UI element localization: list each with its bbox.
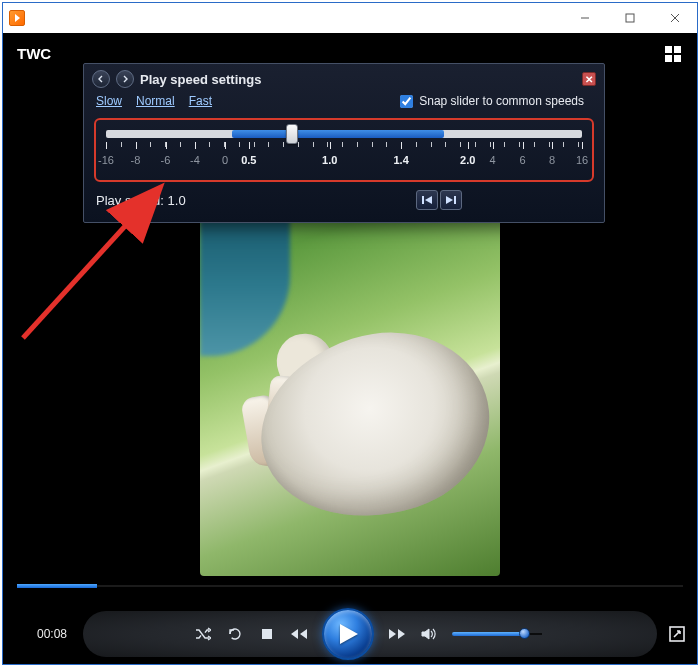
svg-marker-14	[389, 629, 396, 639]
overlay-title: TWC	[17, 45, 51, 62]
mute-button[interactable]	[414, 619, 444, 649]
speed-slow-link[interactable]: Slow	[96, 94, 122, 108]
player-content: TWC Play speed settings ✕ Slow Normal Fa…	[3, 33, 697, 664]
tick-label: 16	[576, 154, 588, 166]
svg-marker-15	[398, 629, 405, 639]
stop-button[interactable]	[252, 619, 282, 649]
repeat-button[interactable]	[220, 619, 250, 649]
tick-label: -16	[98, 154, 114, 166]
speed-normal-link[interactable]: Normal	[136, 94, 175, 108]
video-frame	[200, 176, 500, 576]
maximize-button[interactable]	[607, 4, 652, 32]
panel-forward-button[interactable]	[116, 70, 134, 88]
svg-rect-10	[262, 629, 272, 639]
snap-label-text: Snap slider to common speeds	[419, 94, 584, 108]
svg-rect-4	[422, 196, 424, 204]
seek-bar[interactable]	[17, 578, 683, 594]
tick-label: -6	[161, 154, 171, 166]
svg-rect-6	[454, 196, 456, 204]
snap-checkbox[interactable]	[400, 95, 413, 108]
tick-label: 6	[519, 154, 525, 166]
svg-marker-5	[425, 196, 432, 204]
svg-rect-1	[626, 14, 634, 22]
svg-marker-12	[300, 629, 307, 639]
wmp-app-icon	[9, 10, 25, 26]
current-time: 00:08	[3, 627, 83, 641]
speed-slider-track[interactable]	[106, 130, 582, 138]
speed-slider-thumb[interactable]	[286, 124, 298, 144]
panel-back-button[interactable]	[92, 70, 110, 88]
tick-label: -4	[190, 154, 200, 166]
tick-label: 0	[222, 154, 228, 166]
svg-marker-7	[446, 196, 453, 204]
tick-label: -8	[131, 154, 141, 166]
play-button[interactable]	[322, 608, 374, 660]
frame-step-back-button[interactable]	[416, 190, 438, 210]
speed-slider-highlight-box: -16-8-6-400.51.01.42.046816	[94, 118, 594, 182]
tick-label: 8	[549, 154, 555, 166]
speed-fast-link[interactable]: Fast	[189, 94, 212, 108]
tick-label: 2.0	[460, 154, 475, 166]
tick-label: 1.4	[393, 154, 408, 166]
panel-close-button[interactable]: ✕	[582, 72, 596, 86]
app-window: TWC Play speed settings ✕ Slow Normal Fa…	[2, 2, 698, 665]
fullscreen-button[interactable]	[662, 619, 692, 649]
svg-marker-11	[291, 629, 298, 639]
switch-to-library-icon[interactable]	[665, 46, 683, 62]
play-speed-panel: Play speed settings ✕ Slow Normal Fast S…	[83, 63, 605, 223]
svg-marker-13	[340, 624, 358, 644]
previous-button[interactable]	[284, 619, 314, 649]
shuffle-button[interactable]	[188, 619, 218, 649]
svg-marker-16	[422, 629, 429, 639]
snap-checkbox-label[interactable]: Snap slider to common speeds	[400, 94, 596, 108]
minimize-button[interactable]	[562, 4, 607, 32]
tick-label: 1.0	[322, 154, 337, 166]
tick-label: 0.5	[241, 154, 256, 166]
play-speed-readout: Play speed: 1.0	[96, 193, 186, 208]
playback-controls: 00:08	[3, 604, 697, 664]
next-button[interactable]	[382, 619, 412, 649]
speed-slider-ticks: -16-8-6-400.51.01.42.046816	[106, 142, 582, 174]
panel-title: Play speed settings	[140, 72, 261, 87]
tick-label: 4	[489, 154, 495, 166]
close-button[interactable]	[652, 4, 697, 32]
titlebar	[3, 3, 697, 33]
volume-slider[interactable]	[452, 631, 542, 637]
frame-step-forward-button[interactable]	[440, 190, 462, 210]
